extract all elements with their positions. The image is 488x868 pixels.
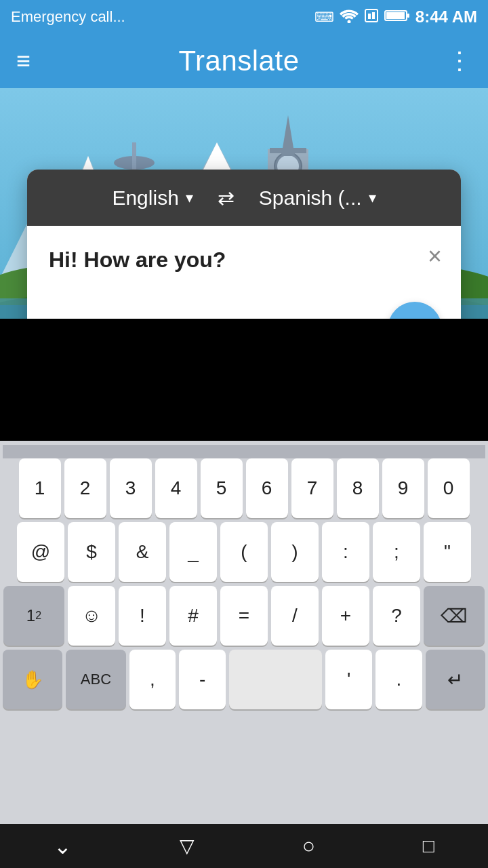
menu-icon[interactable]: ≡ (16, 47, 30, 75)
key-dash-bottom[interactable]: - (179, 650, 226, 709)
key-9[interactable]: 9 (382, 458, 424, 518)
key-question[interactable]: ? (373, 586, 420, 646)
key-exclamation[interactable]: ! (119, 586, 166, 646)
key-comma[interactable]: , (129, 650, 176, 709)
time: 8:44 AM (415, 7, 477, 26)
keyboard-bottom-row: ✋ ABC , - ' . ↵ (3, 650, 485, 709)
battery-icon (384, 9, 410, 26)
sim-icon (364, 8, 379, 26)
key-plus[interactable]: + (322, 586, 369, 646)
key-slash[interactable]: / (271, 586, 319, 646)
nav-chevron-down[interactable]: ⌄ (54, 833, 72, 859)
emergency-call-text: Emergency call... (11, 8, 125, 26)
translate-card: English ▾ ⇄ Spanish (... ▾ Hi! How are y… (27, 170, 461, 319)
key-colon[interactable]: : (322, 522, 369, 582)
keyboard-symbol-row2: 12 ☺ ! # = / + ? ⌫ (3, 586, 485, 646)
target-language-selector[interactable]: Spanish (... ▾ (259, 186, 376, 210)
app-bar: ≡ Translate ⋮ (0, 34, 488, 88)
key-3[interactable]: 3 (110, 458, 152, 518)
key-5[interactable]: 5 (201, 458, 243, 518)
app-title: Translate (178, 45, 299, 77)
key-dollar[interactable]: $ (68, 522, 115, 582)
key-apostrophe[interactable]: ' (325, 650, 372, 709)
nav-home-circle[interactable]: ○ (302, 833, 315, 859)
translate-button[interactable]: → (388, 302, 442, 319)
key-ampersand[interactable]: & (119, 522, 166, 582)
key-8[interactable]: 8 (337, 458, 379, 518)
nav-back-triangle[interactable]: ▽ (180, 835, 195, 857)
nav-recents-square[interactable]: □ (423, 835, 434, 857)
wifi-icon (340, 8, 359, 26)
key-abc[interactable]: ABC (66, 650, 125, 709)
key-open-paren[interactable]: ( (220, 522, 268, 582)
svg-rect-5 (386, 12, 405, 19)
svg-rect-6 (407, 14, 409, 18)
source-language-selector[interactable]: English ▾ (112, 186, 192, 210)
svg-rect-2 (368, 14, 371, 19)
key-space[interactable] (229, 650, 322, 709)
source-language-label: English (112, 186, 178, 210)
key-enter[interactable]: ↵ (426, 650, 485, 709)
key-quote[interactable]: " (424, 522, 471, 582)
card-body: Hi! How are you? × → (27, 226, 461, 319)
status-bar: Emergency call... ⌨ 8:44 AM (0, 0, 488, 34)
svg-rect-1 (365, 9, 378, 22)
keyboard-number-row: 1 2 3 4 5 6 7 8 9 0 (3, 458, 485, 518)
clear-button[interactable]: × (428, 242, 442, 271)
key-4[interactable]: 4 (155, 458, 197, 518)
svg-rect-23 (132, 142, 136, 170)
card-header: English ▾ ⇄ Spanish (... ▾ (27, 170, 461, 226)
key-equals[interactable]: = (220, 586, 268, 646)
key-period[interactable]: . (375, 650, 422, 709)
swap-languages-icon[interactable]: ⇄ (218, 186, 235, 210)
keyboard-symbol-row1: @ $ & _ ( ) : ; " (3, 522, 485, 582)
nav-bar: ⌄ ▽ ○ □ (0, 824, 488, 868)
svg-rect-19 (270, 148, 306, 153)
source-lang-dropdown-icon: ▾ (186, 189, 193, 207)
key-close-paren[interactable]: ) (271, 522, 319, 582)
target-language-label: Spanish (... (259, 186, 362, 210)
key-semicolon[interactable]: ; (373, 522, 420, 582)
status-icons: ⌨ 8:44 AM (314, 7, 477, 26)
key-hash[interactable]: # (169, 586, 217, 646)
hero-area: English ▾ ⇄ Spanish (... ▾ Hi! How are y… (0, 88, 488, 319)
key-1[interactable]: 1 (19, 458, 61, 518)
key-0[interactable]: 0 (428, 458, 470, 518)
more-options-icon[interactable]: ⋮ (447, 49, 472, 73)
keyboard: 1 2 3 4 5 6 7 8 9 0 @ $ & _ ( ) : ; " 12… (0, 441, 488, 824)
key-6[interactable]: 6 (246, 458, 288, 518)
key-backspace[interactable]: ⌫ (424, 586, 485, 646)
svg-point-0 (347, 20, 350, 23)
target-lang-dropdown-icon: ▾ (369, 189, 376, 207)
key-gesture[interactable]: ✋ (3, 650, 62, 709)
key-shift-numbers[interactable]: 12 (3, 586, 64, 646)
input-text[interactable]: Hi! How are you? (49, 248, 226, 272)
key-at[interactable]: @ (17, 522, 64, 582)
key-underscore[interactable]: _ (169, 522, 217, 582)
svg-rect-3 (372, 12, 375, 19)
key-7[interactable]: 7 (291, 458, 333, 518)
keyboard-icon: ⌨ (314, 9, 334, 25)
key-smiley[interactable]: ☺ (68, 586, 115, 646)
translate-arrow-icon: → (403, 315, 427, 319)
key-2[interactable]: 2 (64, 458, 106, 518)
